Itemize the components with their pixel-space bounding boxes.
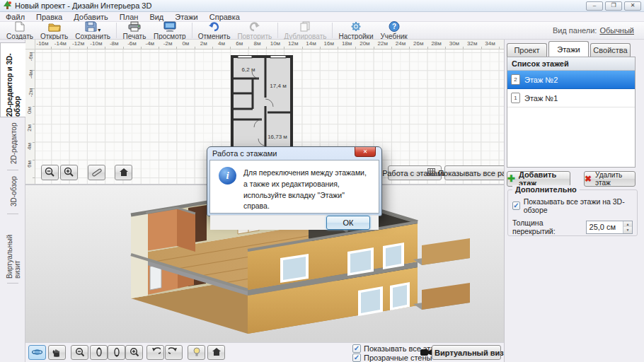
add-floor-button[interactable]: ✚ Добавить этаж <box>507 171 570 187</box>
h-ruler-label: 20м <box>360 40 369 47</box>
show-all-floors-3d-checkbox[interactable] <box>512 202 520 210</box>
home-icon <box>212 347 222 358</box>
delete-floor-button[interactable]: ✖ Удалить этаж <box>584 171 636 187</box>
tab-properties[interactable]: Свойства <box>590 43 631 57</box>
v-ruler-label: 6м <box>26 160 33 168</box>
dialog-ok-button[interactable]: ОК <box>326 216 370 230</box>
zoom-in-3d-button[interactable] <box>125 345 143 360</box>
orbit-icon <box>32 347 42 358</box>
menu-help[interactable]: Справка <box>204 13 246 21</box>
room-area-label: 17,4 м <box>270 83 286 89</box>
home-3d-button[interactable] <box>207 345 225 360</box>
h-ruler-label: 30м <box>449 40 459 47</box>
save-floppy-icon: ▾ <box>85 21 100 33</box>
h-ruler-label: -10м <box>90 40 102 47</box>
tab-virtual-visit[interactable]: Виртуальный визит <box>2 218 25 279</box>
hand-icon <box>52 347 62 358</box>
zoom-in-icon <box>64 167 74 179</box>
floor-item-2[interactable]: 2 Этаж №2 <box>507 71 635 89</box>
rotate-left-button[interactable] <box>146 345 164 360</box>
zoom-out-icon <box>45 167 55 179</box>
h-ruler-label: 8м <box>254 40 261 47</box>
new-button[interactable]: Создать <box>3 22 37 39</box>
home-icon <box>119 168 129 178</box>
plus-icon: ✚ <box>507 175 515 182</box>
show-all-floors-3d-label: Показывать все этажи на 3D-обзоре <box>524 197 633 214</box>
light-button[interactable] <box>188 345 205 360</box>
tab-project[interactable]: Проект <box>507 43 547 57</box>
print-button[interactable]: Печать <box>119 22 150 39</box>
preview-button[interactable]: Просмотр <box>150 22 190 39</box>
transparent-walls-checkbox[interactable] <box>352 354 361 362</box>
menu-floors[interactable]: Этажи <box>169 13 203 21</box>
spin-down-icon[interactable]: ▼ <box>623 227 632 233</box>
menu-add[interactable]: Добавить <box>68 13 114 21</box>
menu-edit[interactable]: Правка <box>30 13 68 21</box>
measure-button[interactable] <box>88 165 105 180</box>
tab-2d-3d[interactable]: 2D-редактор и 3D-обзор <box>0 42 25 117</box>
panel-view-link[interactable]: Обычный <box>599 26 634 35</box>
orbit-3d-button[interactable] <box>28 345 46 360</box>
h-ruler-label: -2м <box>163 40 173 47</box>
zoom-in-2d-button[interactable] <box>60 165 78 180</box>
toolbar-separator <box>192 23 192 38</box>
minimize-button[interactable]: – <box>586 1 603 11</box>
tab-floors[interactable]: Этажи <box>548 41 589 57</box>
duplicate-button[interactable]: Дублировать <box>280 22 330 39</box>
maximize-button[interactable]: ❐ <box>605 1 622 11</box>
h-ruler-label: 32м <box>467 40 477 47</box>
undo-button[interactable]: Отменить <box>195 22 234 39</box>
h-ruler-label: -12м <box>72 40 84 47</box>
spin-up-icon[interactable]: ▲ <box>623 221 632 228</box>
floor-item-1[interactable]: 1 Этаж №1 <box>507 89 635 107</box>
tab-separator <box>7 170 18 170</box>
show-all-sizes-button[interactable]: Показывать все размеры <box>444 165 512 180</box>
thickness-spinbox[interactable]: 25,0 см ▲ ▼ <box>586 221 633 234</box>
settings-button[interactable]: Настройки <box>335 22 376 39</box>
rotate-ccw-icon <box>150 347 161 358</box>
svg-text:?: ? <box>392 23 396 30</box>
show-all-floors-checkbox[interactable] <box>352 344 361 353</box>
home-2d-button[interactable] <box>115 165 132 180</box>
bottom-3d-toolbar: Показывать все этажи Прозрачные стены Ви… <box>25 342 504 362</box>
rotate-up-button[interactable] <box>90 345 108 360</box>
floors-list-box: Список этажей 2 Этаж №2 1 Этаж №1 <box>507 57 636 168</box>
zoom-out-2d-button[interactable] <box>41 165 59 180</box>
h-ruler-label: -6м <box>127 40 137 47</box>
virtual-visit-button[interactable]: Виртуальный визит <box>432 345 501 360</box>
h-ruler-label: 16м <box>324 40 334 47</box>
tab-3d[interactable]: 3D-обзор <box>2 174 25 209</box>
h-ruler-label: 34м <box>485 40 495 47</box>
zoom-out-3d-button[interactable] <box>71 345 88 360</box>
menu-view[interactable]: Вид <box>144 13 169 21</box>
room-area-label: 16,73 м <box>268 134 287 140</box>
thickness-value[interactable]: 25,0 см <box>587 221 623 233</box>
h-ruler-label: -4м <box>145 40 154 47</box>
rotate-right-button[interactable] <box>165 345 183 360</box>
h-ruler-label: 10м <box>270 40 280 47</box>
redo-button[interactable]: Повторить <box>234 22 275 39</box>
redo-icon <box>248 21 260 33</box>
v-ruler-label: -6м <box>28 52 34 62</box>
floors-list-header: Список этажей <box>507 57 635 71</box>
h-ruler-label: 26м <box>413 40 423 47</box>
save-button[interactable]: ▾ Сохранить <box>71 22 114 39</box>
gear-icon <box>350 21 362 33</box>
h-ruler-label: 14м <box>306 40 316 47</box>
menu-file[interactable]: Файл <box>0 13 30 21</box>
tutorial-button[interactable]: ? Учебник <box>377 22 411 39</box>
h-ruler-label: -14м <box>54 40 67 47</box>
undo-icon <box>208 21 220 33</box>
open-folder-icon <box>48 21 61 33</box>
menu-plan[interactable]: План <box>114 13 144 21</box>
dialog-close-button[interactable]: ✕ <box>355 147 376 157</box>
v-ruler-label: 2м <box>26 124 33 132</box>
dialog-message: Для переключения между этажами, а также … <box>243 167 372 212</box>
open-button[interactable]: Открыть <box>37 22 71 39</box>
rotate-down-button[interactable] <box>108 345 125 360</box>
tab-2d[interactable]: 2D-редактор <box>2 122 25 165</box>
close-button[interactable]: ✕ <box>624 1 641 11</box>
h-ruler-label: 2м <box>200 40 207 47</box>
pan-3d-button[interactable] <box>48 345 66 360</box>
panel-view-label: Вид панели: <box>553 26 597 35</box>
